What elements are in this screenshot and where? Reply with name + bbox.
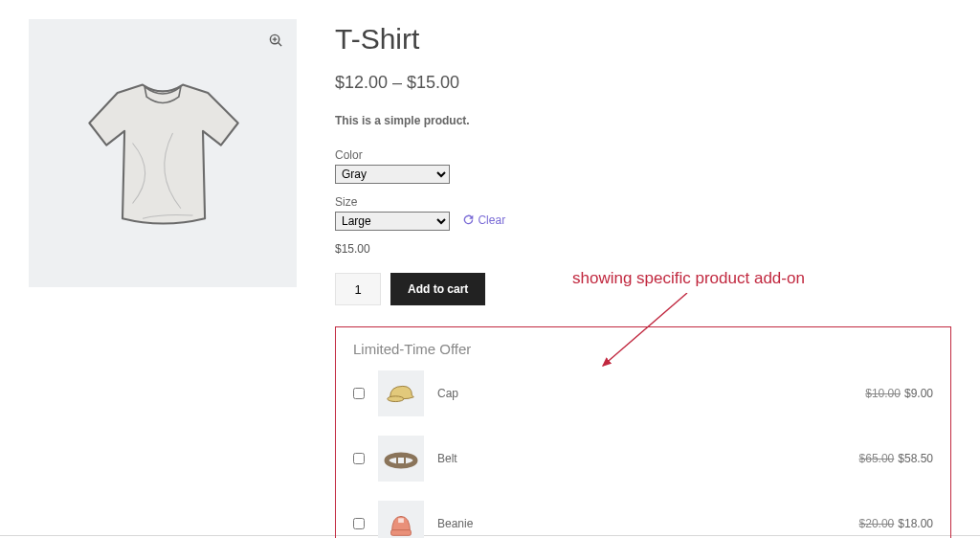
product-title: T-Shirt (335, 23, 951, 56)
add-to-cart-button[interactable]: Add to cart (390, 273, 485, 305)
product-summary: T-Shirt $12.00 – $15.00 This is a simple… (335, 19, 951, 535)
add-to-cart-row: Add to cart (335, 273, 951, 305)
tshirt-illustration (62, 53, 263, 254)
size-select[interactable]: Large (335, 212, 450, 231)
product-image[interactable] (29, 19, 297, 287)
svg-rect-7 (391, 530, 412, 536)
offer-checkbox[interactable] (353, 388, 365, 399)
offer-name: Belt (437, 452, 457, 465)
svg-line-1 (278, 42, 280, 45)
offer-name: Beanie (437, 517, 473, 530)
offer-heading: Limited-Time Offer (353, 341, 933, 357)
limited-offer-box: Limited-Time Offer Cap$10.00$9.00Belt$65… (335, 326, 951, 538)
offer-thumb[interactable] (378, 370, 424, 416)
offer-item: Belt$65.00$58.50 (353, 436, 933, 482)
color-select[interactable]: Gray (335, 165, 450, 184)
offer-checkbox[interactable] (353, 453, 365, 464)
product-gallery (29, 19, 297, 535)
offer-price: $65.00$58.50 (859, 452, 933, 465)
variation-price: $15.00 (335, 242, 951, 256)
offer-price: $20.00$18.00 (859, 517, 933, 530)
offer-thumb[interactable] (378, 501, 424, 538)
size-label: Size (335, 195, 951, 209)
short-description: This is a simple product. (335, 114, 951, 127)
color-label: Color (335, 148, 951, 162)
svg-point-4 (388, 396, 404, 402)
offer-item: Cap$10.00$9.00 (353, 370, 933, 416)
quantity-input[interactable] (335, 273, 381, 305)
offer-thumb[interactable] (378, 436, 424, 482)
clear-link[interactable]: Clear (463, 213, 505, 227)
zoom-icon[interactable] (264, 29, 287, 52)
offer-item: Beanie$20.00$18.00 (353, 501, 933, 538)
offer-checkbox[interactable] (353, 518, 365, 529)
offer-price: $10.00$9.00 (865, 387, 933, 400)
clear-text: Clear (478, 213, 505, 227)
svg-rect-6 (397, 457, 405, 464)
price-range: $12.00 – $15.00 (335, 73, 951, 93)
variation-size-row: Size Large Clear (335, 195, 951, 231)
offer-name: Cap (437, 387, 458, 400)
variation-color-row: Color Gray (335, 148, 951, 184)
svg-rect-8 (398, 518, 404, 523)
refresh-icon (463, 214, 474, 225)
